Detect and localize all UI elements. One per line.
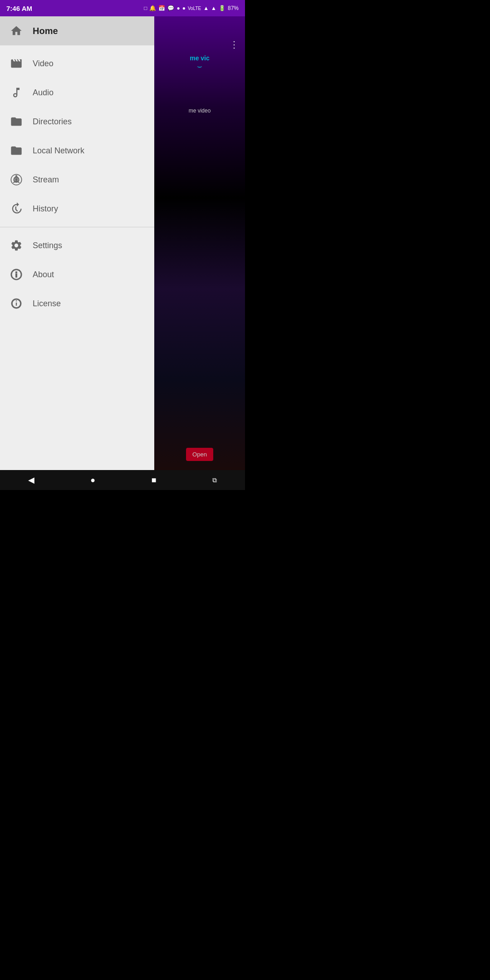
sidebar-item-video[interactable]: Video: [0, 49, 154, 78]
sidebar-item-local-network[interactable]: Local Network: [0, 136, 154, 165]
amazon-brand-text: me vic: [190, 54, 210, 62]
drawer-home-item[interactable]: Home: [0, 16, 154, 45]
wifi-icon: ▲: [203, 5, 209, 11]
settings-icon: [9, 238, 24, 253]
sidebar-item-stream[interactable]: Stream: [0, 165, 154, 194]
instagram-icon: □: [144, 5, 147, 11]
stream-icon: [9, 172, 24, 187]
sidebar-item-settings[interactable]: Settings: [0, 231, 154, 260]
home-label: Home: [33, 26, 58, 36]
volte-icon: VoLTE: [188, 6, 201, 11]
sidebar-item-directories[interactable]: Directories: [0, 107, 154, 136]
sidebar-item-audio[interactable]: Audio: [0, 78, 154, 107]
home-icon: [9, 24, 24, 38]
audio-icon: [9, 85, 24, 100]
overflow-menu-icon[interactable]: ⋮: [230, 21, 245, 50]
dot-indicator: ●: [176, 5, 180, 11]
status-icons: □ 🔔 📅 💬 ● ● VoLTE ▲ ▲ 🔋 87%: [144, 5, 239, 11]
about-label: About: [33, 270, 54, 279]
home-button[interactable]: ●: [81, 472, 104, 489]
stream-label: Stream: [33, 175, 59, 185]
history-label: History: [33, 204, 58, 214]
license-icon: [9, 296, 24, 311]
navigation-drawer: Home Video Audio: [0, 16, 154, 470]
time-display: 7:46 AM: [6, 5, 32, 12]
drawer-menu: Video Audio Directories: [0, 45, 154, 470]
directories-label: Directories: [33, 117, 72, 127]
notification-icon: 🔔: [149, 5, 156, 11]
signal-icon: ▲: [211, 5, 216, 11]
video-label: Video: [33, 59, 54, 69]
recents-button[interactable]: ■: [142, 472, 166, 489]
amazon-smile-icon: ⌣: [190, 62, 210, 71]
history-icon: [9, 201, 24, 216]
about-icon: [9, 267, 24, 282]
local-network-icon: [9, 143, 24, 158]
dot-indicator2: ●: [182, 5, 186, 11]
background-content: ⋮ me vic ⌣ me video Open: [154, 16, 245, 470]
audio-label: Audio: [33, 88, 54, 98]
license-label: License: [33, 299, 61, 309]
menu-divider: [0, 227, 154, 227]
battery-icon: 🔋: [219, 5, 225, 11]
service-subtitle: me video: [185, 108, 215, 114]
settings-label: Settings: [33, 241, 62, 250]
sidebar-item-history[interactable]: History: [0, 194, 154, 223]
navigation-bar: ◀ ● ■ ⧉: [0, 470, 245, 490]
video-icon: [9, 56, 24, 71]
recent-apps-button[interactable]: ⧉: [203, 473, 226, 488]
sidebar-item-license[interactable]: License: [0, 289, 154, 318]
chat-icon: 💬: [167, 5, 174, 11]
amazon-logo-area: me vic ⌣: [190, 54, 210, 71]
svg-point-0: [15, 153, 17, 155]
local-network-label: Local Network: [33, 146, 84, 156]
svg-point-2: [15, 179, 18, 181]
open-button[interactable]: Open: [186, 448, 213, 461]
status-bar: 7:46 AM □ 🔔 📅 💬 ● ● VoLTE ▲ ▲ 🔋 87%: [0, 0, 245, 16]
calendar-icon: 📅: [158, 5, 165, 11]
sidebar-item-about[interactable]: About: [0, 260, 154, 289]
back-button[interactable]: ◀: [19, 471, 44, 489]
battery-percent: 87%: [228, 5, 239, 11]
folder-icon: [9, 114, 24, 129]
main-layout: ⋮ me vic ⌣ me video Open Home: [0, 16, 245, 470]
